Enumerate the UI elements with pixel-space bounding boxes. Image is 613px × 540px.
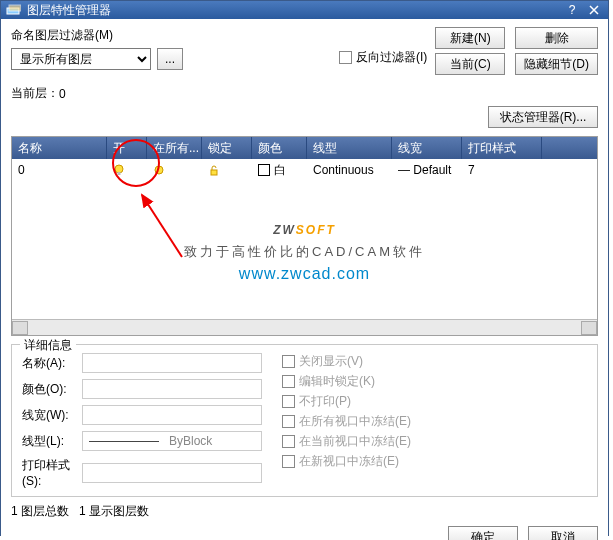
svg-rect-3	[118, 172, 121, 175]
col-on[interactable]: 开	[107, 137, 147, 159]
close-icon	[589, 5, 599, 15]
delete-button[interactable]: 删除	[515, 27, 598, 49]
filter-select[interactable]: 显示所有图层	[11, 48, 151, 70]
detail-lt-label: 线型(L):	[22, 433, 82, 450]
ok-button[interactable]: 确定	[448, 526, 518, 540]
current-button[interactable]: 当前(C)	[435, 53, 505, 75]
scroll-left-icon[interactable]	[12, 321, 28, 335]
chk-lock-edit[interactable]: 编辑时锁定(K)	[282, 373, 411, 390]
titlebar: 图层特性管理器 ?	[1, 1, 608, 19]
watermark: ZWSOFT 致力于高性价比的CAD/CAM软件 www.zwcad.com	[184, 209, 425, 283]
cell-color[interactable]: 白	[252, 162, 307, 179]
state-manager-button[interactable]: 状态管理器(R)...	[488, 106, 598, 128]
cell-plotstyle[interactable]: 7	[462, 163, 542, 177]
cell-on[interactable]	[107, 164, 147, 176]
scroll-right-icon[interactable]	[581, 321, 597, 335]
chk-no-print[interactable]: 不打印(P)	[282, 393, 411, 410]
cancel-button[interactable]: 取消	[528, 526, 598, 540]
detail-ps-input[interactable]	[82, 463, 262, 483]
svg-rect-5	[211, 170, 217, 175]
status-line: 1 图层总数 1 显示图层数	[11, 503, 598, 520]
new-button[interactable]: 新建(N)	[435, 27, 505, 49]
col-lineweight[interactable]: 线宽	[392, 137, 462, 159]
col-plotstyle[interactable]: 打印样式	[462, 137, 542, 159]
table-row[interactable]: 0 白 Continuous — Default 7	[12, 159, 597, 181]
chk-freeze-all[interactable]: 在所有视口中冻结(E)	[282, 413, 411, 430]
checkbox-icon	[339, 51, 352, 64]
cell-freeze[interactable]	[147, 164, 202, 176]
cell-lock[interactable]	[202, 164, 252, 176]
close-button[interactable]	[584, 1, 604, 19]
detail-lt-input[interactable]: ByBlock	[82, 431, 262, 451]
help-button[interactable]: ?	[562, 1, 582, 19]
current-layer-value: 0	[59, 87, 66, 101]
sun-icon	[153, 164, 165, 176]
detail-lw-input[interactable]	[82, 405, 262, 425]
col-color[interactable]: 颜色	[252, 137, 307, 159]
svg-point-2	[115, 165, 123, 173]
filter-browse-button[interactable]: ...	[157, 48, 183, 70]
col-lock[interactable]: 锁定	[202, 137, 252, 159]
detail-name-label: 名称(A):	[22, 355, 82, 372]
chk-close-display[interactable]: 关闭显示(V)	[282, 353, 411, 370]
layer-table: 名称 开 在所有... 锁定 颜色 线型 线宽 打印样式 0	[11, 136, 598, 336]
app-icon	[5, 2, 21, 18]
svg-rect-1	[9, 5, 21, 11]
details-group: 详细信息 名称(A): 颜色(O): 线宽(W): 线型(L): ByBlock…	[11, 344, 598, 497]
invert-filter-checkbox[interactable]: 反向过滤器(I)	[339, 49, 427, 66]
filter-label: 命名图层过滤器(M)	[11, 27, 319, 44]
horizontal-scrollbar[interactable]	[12, 319, 597, 335]
table-header: 名称 开 在所有... 锁定 颜色 线型 线宽 打印样式	[12, 137, 597, 159]
detail-ps-label: 打印样式(S):	[22, 457, 82, 488]
color-swatch	[258, 164, 270, 176]
padlock-open-icon	[208, 164, 220, 176]
lightbulb-on-icon	[113, 164, 125, 176]
cell-lineweight[interactable]: — Default	[392, 163, 462, 177]
chk-freeze-current[interactable]: 在当前视口中冻结(E)	[282, 433, 411, 450]
current-layer-label: 当前层：	[11, 85, 59, 102]
annotation-arrow	[132, 187, 192, 267]
hide-details-button[interactable]: 隐藏细节(D)	[515, 53, 598, 75]
chk-freeze-new[interactable]: 在新视口中冻结(E)	[282, 453, 411, 470]
window-title: 图层特性管理器	[27, 2, 560, 19]
invert-filter-label: 反向过滤器(I)	[356, 49, 427, 66]
col-freeze[interactable]: 在所有...	[147, 137, 202, 159]
cell-linetype[interactable]: Continuous	[307, 163, 392, 177]
detail-lw-label: 线宽(W):	[22, 407, 82, 424]
col-linetype[interactable]: 线型	[307, 137, 392, 159]
svg-point-4	[155, 166, 163, 174]
col-name[interactable]: 名称	[12, 137, 107, 159]
detail-color-label: 颜色(O):	[22, 381, 82, 398]
cell-name: 0	[12, 163, 107, 177]
detail-color-input[interactable]	[82, 379, 262, 399]
detail-name-input[interactable]	[82, 353, 262, 373]
svg-line-6	[142, 195, 182, 257]
details-title: 详细信息	[20, 337, 76, 354]
